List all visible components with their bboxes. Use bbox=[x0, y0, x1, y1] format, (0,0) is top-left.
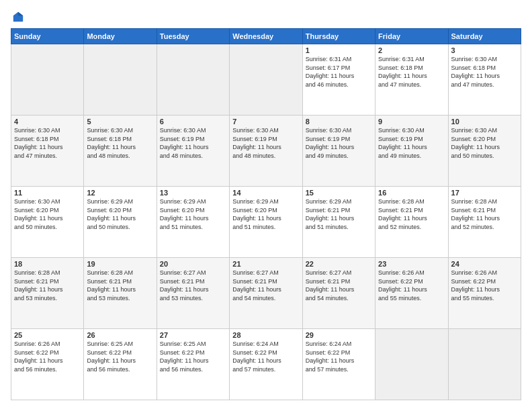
calendar-table: SundayMondayTuesdayWednesdayThursdayFrid… bbox=[11, 28, 521, 400]
calendar-cell: 28Sunrise: 6:24 AM Sunset: 6:22 PM Dayli… bbox=[230, 329, 302, 400]
calendar-cell: 22Sunrise: 6:27 AM Sunset: 6:21 PM Dayli… bbox=[302, 258, 375, 329]
day-info: Sunrise: 6:30 AM Sunset: 6:20 PM Dayligh… bbox=[14, 197, 81, 231]
calendar-cell: 16Sunrise: 6:28 AM Sunset: 6:21 PM Dayli… bbox=[375, 187, 448, 258]
day-number: 29 bbox=[306, 331, 372, 339]
calendar-cell: 13Sunrise: 6:29 AM Sunset: 6:20 PM Dayli… bbox=[157, 187, 229, 258]
day-info: Sunrise: 6:27 AM Sunset: 6:21 PM Dayligh… bbox=[306, 269, 372, 302]
day-info: Sunrise: 6:30 AM Sunset: 6:20 PM Dayligh… bbox=[451, 126, 518, 160]
day-info: Sunrise: 6:28 AM Sunset: 6:21 PM Dayligh… bbox=[87, 269, 153, 302]
day-number: 7 bbox=[232, 118, 299, 126]
logo-icon bbox=[12, 11, 24, 23]
day-info: Sunrise: 6:28 AM Sunset: 6:21 PM Dayligh… bbox=[14, 269, 81, 302]
day-number: 22 bbox=[306, 260, 372, 268]
day-number: 19 bbox=[87, 260, 153, 268]
day-number: 28 bbox=[232, 331, 299, 339]
day-number: 21 bbox=[232, 260, 299, 268]
day-number: 14 bbox=[232, 189, 299, 197]
calendar-cell bbox=[230, 44, 302, 116]
weekday-friday: Friday bbox=[375, 29, 448, 44]
day-number: 26 bbox=[87, 331, 153, 339]
calendar-cell bbox=[11, 44, 84, 116]
calendar-cell bbox=[448, 329, 521, 400]
day-number: 2 bbox=[378, 46, 445, 54]
day-number: 25 bbox=[14, 331, 81, 339]
calendar-cell: 24Sunrise: 6:26 AM Sunset: 6:22 PM Dayli… bbox=[448, 258, 521, 329]
day-info: Sunrise: 6:27 AM Sunset: 6:21 PM Dayligh… bbox=[232, 269, 299, 302]
weekday-header-row: SundayMondayTuesdayWednesdayThursdayFrid… bbox=[11, 29, 521, 44]
day-info: Sunrise: 6:29 AM Sunset: 6:20 PM Dayligh… bbox=[87, 197, 153, 231]
day-number: 18 bbox=[14, 260, 81, 268]
calendar-cell: 10Sunrise: 6:30 AM Sunset: 6:20 PM Dayli… bbox=[448, 116, 521, 187]
day-number: 23 bbox=[378, 260, 445, 268]
day-info: Sunrise: 6:24 AM Sunset: 6:22 PM Dayligh… bbox=[306, 340, 372, 373]
day-number: 27 bbox=[160, 331, 226, 339]
day-info: Sunrise: 6:31 AM Sunset: 6:18 PM Dayligh… bbox=[378, 55, 445, 89]
week-row-4: 25Sunrise: 6:26 AM Sunset: 6:22 PM Dayli… bbox=[11, 329, 521, 400]
day-info: Sunrise: 6:30 AM Sunset: 6:19 PM Dayligh… bbox=[306, 126, 372, 160]
calendar-cell: 11Sunrise: 6:30 AM Sunset: 6:20 PM Dayli… bbox=[11, 187, 84, 258]
day-number: 11 bbox=[14, 189, 81, 197]
day-info: Sunrise: 6:31 AM Sunset: 6:17 PM Dayligh… bbox=[306, 55, 372, 89]
day-number: 9 bbox=[378, 118, 445, 126]
day-number: 20 bbox=[160, 260, 226, 268]
day-info: Sunrise: 6:25 AM Sunset: 6:22 PM Dayligh… bbox=[160, 340, 226, 373]
logo bbox=[11, 11, 24, 23]
day-info: Sunrise: 6:29 AM Sunset: 6:21 PM Dayligh… bbox=[306, 197, 372, 231]
weekday-monday: Monday bbox=[84, 29, 157, 44]
calendar-cell: 20Sunrise: 6:27 AM Sunset: 6:21 PM Dayli… bbox=[157, 258, 229, 329]
weekday-thursday: Thursday bbox=[302, 29, 375, 44]
day-number: 12 bbox=[87, 189, 153, 197]
weekday-saturday: Saturday bbox=[448, 29, 521, 44]
day-info: Sunrise: 6:26 AM Sunset: 6:22 PM Dayligh… bbox=[14, 340, 81, 373]
calendar-cell: 14Sunrise: 6:29 AM Sunset: 6:20 PM Dayli… bbox=[230, 187, 302, 258]
calendar-cell: 26Sunrise: 6:25 AM Sunset: 6:22 PM Dayli… bbox=[84, 329, 157, 400]
day-number: 1 bbox=[306, 46, 372, 54]
calendar-cell: 1Sunrise: 6:31 AM Sunset: 6:17 PM Daylig… bbox=[302, 44, 375, 116]
week-row-2: 11Sunrise: 6:30 AM Sunset: 6:20 PM Dayli… bbox=[11, 187, 521, 258]
day-info: Sunrise: 6:26 AM Sunset: 6:22 PM Dayligh… bbox=[451, 269, 518, 302]
day-info: Sunrise: 6:30 AM Sunset: 6:18 PM Dayligh… bbox=[451, 55, 518, 89]
calendar-cell: 2Sunrise: 6:31 AM Sunset: 6:18 PM Daylig… bbox=[375, 44, 448, 116]
weekday-wednesday: Wednesday bbox=[230, 29, 302, 44]
day-number: 16 bbox=[378, 189, 445, 197]
calendar-cell: 6Sunrise: 6:30 AM Sunset: 6:19 PM Daylig… bbox=[157, 116, 229, 187]
calendar-cell bbox=[84, 44, 157, 116]
day-number: 3 bbox=[451, 46, 518, 54]
calendar-cell: 29Sunrise: 6:24 AM Sunset: 6:22 PM Dayli… bbox=[302, 329, 375, 400]
day-info: Sunrise: 6:30 AM Sunset: 6:18 PM Dayligh… bbox=[14, 126, 81, 160]
day-number: 24 bbox=[451, 260, 518, 268]
day-info: Sunrise: 6:26 AM Sunset: 6:22 PM Dayligh… bbox=[378, 269, 445, 302]
calendar-cell: 23Sunrise: 6:26 AM Sunset: 6:22 PM Dayli… bbox=[375, 258, 448, 329]
calendar-cell: 12Sunrise: 6:29 AM Sunset: 6:20 PM Dayli… bbox=[84, 187, 157, 258]
calendar-cell: 17Sunrise: 6:28 AM Sunset: 6:21 PM Dayli… bbox=[448, 187, 521, 258]
day-info: Sunrise: 6:30 AM Sunset: 6:18 PM Dayligh… bbox=[87, 126, 153, 160]
week-row-0: 1Sunrise: 6:31 AM Sunset: 6:17 PM Daylig… bbox=[11, 44, 521, 116]
calendar-cell: 15Sunrise: 6:29 AM Sunset: 6:21 PM Dayli… bbox=[302, 187, 375, 258]
day-number: 15 bbox=[306, 189, 372, 197]
day-info: Sunrise: 6:27 AM Sunset: 6:21 PM Dayligh… bbox=[160, 269, 226, 302]
day-info: Sunrise: 6:24 AM Sunset: 6:22 PM Dayligh… bbox=[232, 340, 299, 373]
day-info: Sunrise: 6:28 AM Sunset: 6:21 PM Dayligh… bbox=[451, 197, 518, 231]
weekday-sunday: Sunday bbox=[11, 29, 84, 44]
svg-marker-1 bbox=[18, 12, 23, 15]
day-number: 4 bbox=[14, 118, 81, 126]
calendar-cell: 27Sunrise: 6:25 AM Sunset: 6:22 PM Dayli… bbox=[157, 329, 229, 400]
day-info: Sunrise: 6:30 AM Sunset: 6:19 PM Dayligh… bbox=[232, 126, 299, 160]
week-row-3: 18Sunrise: 6:28 AM Sunset: 6:21 PM Dayli… bbox=[11, 258, 521, 329]
week-row-1: 4Sunrise: 6:30 AM Sunset: 6:18 PM Daylig… bbox=[11, 116, 521, 187]
day-number: 10 bbox=[451, 118, 518, 126]
day-info: Sunrise: 6:29 AM Sunset: 6:20 PM Dayligh… bbox=[160, 197, 226, 231]
day-number: 6 bbox=[160, 118, 226, 126]
day-info: Sunrise: 6:25 AM Sunset: 6:22 PM Dayligh… bbox=[87, 340, 153, 373]
calendar-cell: 3Sunrise: 6:30 AM Sunset: 6:18 PM Daylig… bbox=[448, 44, 521, 116]
calendar-cell: 21Sunrise: 6:27 AM Sunset: 6:21 PM Dayli… bbox=[230, 258, 302, 329]
day-number: 8 bbox=[306, 118, 372, 126]
calendar-cell: 7Sunrise: 6:30 AM Sunset: 6:19 PM Daylig… bbox=[230, 116, 302, 187]
day-info: Sunrise: 6:30 AM Sunset: 6:19 PM Dayligh… bbox=[378, 126, 445, 160]
calendar-cell: 9Sunrise: 6:30 AM Sunset: 6:19 PM Daylig… bbox=[375, 116, 448, 187]
calendar-cell: 4Sunrise: 6:30 AM Sunset: 6:18 PM Daylig… bbox=[11, 116, 84, 187]
calendar-cell bbox=[375, 329, 448, 400]
calendar-cell: 5Sunrise: 6:30 AM Sunset: 6:18 PM Daylig… bbox=[84, 116, 157, 187]
calendar-cell: 25Sunrise: 6:26 AM Sunset: 6:22 PM Dayli… bbox=[11, 329, 84, 400]
calendar-cell: 8Sunrise: 6:30 AM Sunset: 6:19 PM Daylig… bbox=[302, 116, 375, 187]
